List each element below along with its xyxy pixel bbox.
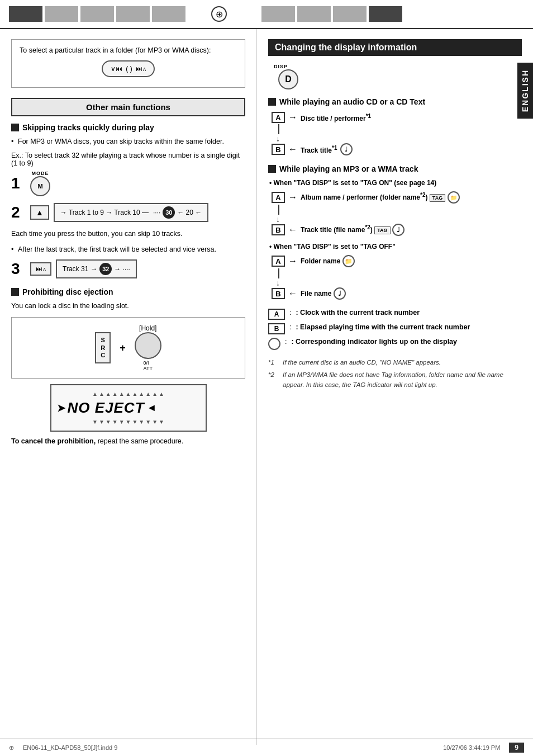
left-column: To select a particular track in a folder… <box>0 29 257 745</box>
arrow-to-32: → <box>91 265 97 273</box>
a-disc-title: Disc title / performer*1 <box>301 113 371 122</box>
footer-left: ⊕ EN06-11_KD-APD58_50[J]f.indd 9 <box>9 743 117 753</box>
tag-badge-b: TAG <box>374 226 390 234</box>
v-connector: ↓ <box>278 124 522 143</box>
disp-button-group: DISP D <box>274 64 522 89</box>
changing-display-header: Changing the display information <box>268 39 522 56</box>
footnote-1: *1 If the current disc is an audio CD, "… <box>268 358 522 368</box>
tag-off-text: When "TAG DISP" is set to "TAG OFF" <box>274 243 396 251</box>
prohibiting-title-text: Prohibiting disc ejection <box>22 287 113 296</box>
prohibiting-section: Prohibiting disc ejection You can lock a… <box>11 287 245 445</box>
plus-sign: + <box>120 342 126 354</box>
header-block-4 <box>116 6 150 22</box>
fn2-num: *2 <box>268 370 279 390</box>
v-line-group: ↓ <box>278 124 280 143</box>
cancel-bold-text: To cancel the prohibition, <box>11 437 96 445</box>
b-track-title: Track title*1 <box>301 145 337 154</box>
arrow-down-10: ▼ <box>152 419 158 425</box>
legend-row-a: A : : Clock with the current track numbe… <box>268 309 522 320</box>
main-content: To select a particular track in a folder… <box>0 29 533 745</box>
page-footer: ⊕ EN06-11_KD-APD58_50[J]f.indd 9 10/27/0… <box>0 739 533 756</box>
page-header: ⊕ <box>0 0 533 29</box>
step-2-row: 2 ▲ → Track 1 to 9 → Track 10 — ···· 30 … <box>11 203 245 222</box>
a-tag-on-text: Album name / performer (folder name <box>301 193 420 201</box>
section-icon <box>11 124 19 131</box>
tag-off-a-label: A <box>272 256 285 267</box>
audio-cd-ab-diagram: A → Disc title / performer*1 ↓ B ← <box>272 112 522 155</box>
b-tag-super: *2 <box>365 224 370 230</box>
prohibiting-body: You can lock a disc in the loading slot. <box>11 301 245 311</box>
arrow-down-9: ▼ <box>145 419 151 425</box>
arrow-down-5: ▼ <box>119 419 125 425</box>
step-2-content: ▲ → Track 1 to 9 → Track 10 — ···· 30 ← … <box>30 203 208 222</box>
tag-on-label-text: • <box>269 179 274 187</box>
folder-nav-btn[interactable]: ∨⏮ ( ) ⏭∧ <box>102 60 154 77</box>
track-dots: ···· <box>153 209 160 216</box>
b-label: B <box>272 144 285 155</box>
track-dots-after: → ···· <box>114 265 130 273</box>
disp-label: DISP <box>274 64 288 69</box>
mp3-wma-icon <box>268 165 276 173</box>
a-disc-title-text: Disc title / performer <box>301 115 366 122</box>
hold-circle-btn[interactable] <box>135 332 161 359</box>
src-button-group: SRC <box>95 332 111 363</box>
step-3-row: 3 ⏭∧ Track 31 → 32 → ···· <box>11 259 245 278</box>
header-left-blocks <box>9 6 185 22</box>
mode-button[interactable]: M <box>30 176 50 196</box>
ab-b-row: B ← Track title*1 ♩ <box>272 143 522 155</box>
intro-box: To select a particular track in a folder… <box>11 39 245 88</box>
up-button[interactable]: ▲ <box>30 205 49 220</box>
example-label: Ex.: To select track 32 while playing a … <box>11 152 245 167</box>
src-button[interactable]: SRC <box>95 332 111 363</box>
step-2-body: Each time you press the button, you can … <box>11 229 245 239</box>
arrow-up-6: ▲ <box>126 391 131 397</box>
tag-off-label: • When "TAG DISP" is set to "TAG OFF" <box>269 243 522 251</box>
no-eject-row: ➤ NO EJECT ◄ <box>57 399 200 417</box>
skip-forward-btn[interactable]: ⏭∧ <box>30 262 51 276</box>
tag-off-down-arrow: ↓ <box>276 278 280 287</box>
nav-buttons-display: ∨⏮ ( ) ⏭∧ <box>20 60 237 77</box>
arrows-top: ▲ ▲ ▲ ▲ ▲ ▲ ▲ ▲ ▲ ▲ ▲ <box>57 391 200 397</box>
tag-on-v-connector: ↓ <box>278 205 522 224</box>
skipping-bullet1: For MP3 or WMA discs, you can skip track… <box>11 136 245 147</box>
arrow-up-8: ▲ <box>139 391 144 397</box>
arrow-up-5: ▲ <box>119 391 125 397</box>
tag-on-b-label: B <box>272 224 285 235</box>
track-31-text: Track 31 <box>63 265 88 273</box>
att-indicator: 0/IATT <box>144 360 153 371</box>
header-block-6 <box>261 6 295 22</box>
track-highlight-32: 32 <box>99 263 112 275</box>
fn2-text: If an MP3/WMA file does not have Tag inf… <box>283 370 522 390</box>
audio-cd-icon <box>268 98 276 106</box>
footer-left-text: EN06-11_KD-APD58_50[J]f.indd 9 <box>23 744 117 751</box>
mp3-wma-title-text: While playing an MP3 or a WMA track <box>279 164 418 173</box>
section-title-text: Changing the display information <box>275 42 417 52</box>
legend-row-circle: : : Corresponding indicator lights up on… <box>268 338 522 350</box>
mp3-wma-title: While playing an MP3 or a WMA track <box>268 164 522 173</box>
cancel-rest-text: repeat the same procedure. <box>98 437 184 445</box>
mode-label: MODE <box>32 171 49 176</box>
track-back-20: ← 20 ← <box>177 209 202 216</box>
folder-icon-a: 📁 <box>448 191 460 204</box>
tag-off-b-label: B <box>272 288 285 299</box>
arrow-down-3: ▼ <box>106 419 111 425</box>
tag-off-b-text: File name ♩ <box>301 287 346 300</box>
right-arrow-eject: ◄ <box>147 402 157 414</box>
mp3-wma-section: While playing an MP3 or a WMA track • Wh… <box>268 164 522 300</box>
disp-button[interactable]: D <box>278 69 298 89</box>
fn1-text: If the current disc is an audio CD, "NO … <box>283 358 441 368</box>
page-number-badge: 9 <box>509 743 524 753</box>
compass-icon: ⊕ <box>211 6 227 22</box>
header-block-2 <box>45 6 78 22</box>
right-column: ENGLISH Changing the display information… <box>257 29 533 745</box>
legend-circle-desc: : Corresponding indicator lights up on t… <box>291 338 457 346</box>
tag-on-ab-diagram: A → Album name / performer (folder name*… <box>272 191 522 236</box>
legend-colon-b: : <box>289 323 291 331</box>
track-highlight-30: 30 <box>163 206 175 219</box>
arrow-up-11: ▲ <box>159 391 164 397</box>
arrow-up-9: ▲ <box>145 391 151 397</box>
tag-badge-a: TAG <box>430 194 445 202</box>
track-31-display: Track 31 → 32 → ···· <box>56 259 137 278</box>
fn1-num: *1 <box>268 358 279 368</box>
b-tag-on-text: Track title (file name <box>301 226 365 234</box>
